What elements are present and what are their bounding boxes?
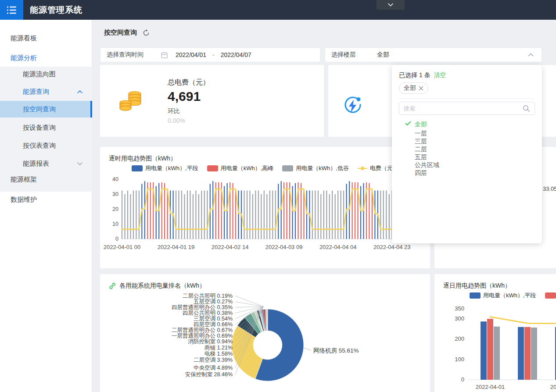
search-box bbox=[399, 102, 535, 115]
refresh-icon[interactable] bbox=[142, 29, 150, 37]
daily-price-line bbox=[490, 317, 556, 324]
hourly-bar bbox=[332, 191, 333, 239]
hourly-bar bbox=[343, 191, 344, 239]
hourly-bar bbox=[124, 194, 125, 239]
hourly-bar bbox=[360, 186, 361, 239]
selected-tag[interactable]: 全部 bbox=[399, 82, 428, 94]
app-header: 能源管理系统 bbox=[0, 0, 556, 20]
hourly-bar bbox=[287, 182, 287, 239]
hourly-bar bbox=[122, 191, 122, 239]
x-tick-label: 2022-04-03 09 bbox=[265, 244, 303, 250]
hourly-bar bbox=[144, 181, 145, 239]
hourly-trend-card: 逐时用电趋势图（kWh） 用电量（kWh）,平段用电量（kWh）,高峰用电量（k… bbox=[100, 147, 430, 268]
date-end-value: 2022/04/07 bbox=[221, 51, 251, 58]
date-range-picker[interactable]: 选择查询时间 2022/04/01 - 2022/04/07 bbox=[100, 47, 320, 62]
floor-option-floor1[interactable]: 一层 bbox=[415, 129, 427, 137]
hourly-bar bbox=[218, 182, 219, 239]
check-icon bbox=[405, 121, 411, 126]
hourly-bar bbox=[198, 194, 199, 239]
hourly-bar bbox=[374, 191, 375, 239]
hourly-bar bbox=[355, 182, 355, 239]
hourly-bar bbox=[195, 191, 196, 239]
daily-bar bbox=[494, 327, 500, 380]
y-tick-label: 300 bbox=[455, 315, 464, 322]
hourly-bar bbox=[224, 186, 225, 239]
floor-dropdown-panel: 已选择 1 条 清空 全部 全部 一层 三层 二层 五层 公共区域 四层 bbox=[392, 65, 542, 243]
hourly-bar bbox=[369, 183, 369, 239]
hourly-bar bbox=[341, 191, 341, 239]
floor-option-public[interactable]: 公共区域 bbox=[415, 161, 439, 169]
total-cost-card: 总电费（元） 4,691 环比 0.00% bbox=[100, 65, 324, 137]
hourly-bar bbox=[266, 194, 267, 239]
header-dropdown-button[interactable] bbox=[377, 0, 405, 10]
floor-option-floor2[interactable]: 二层 bbox=[415, 145, 427, 153]
hourly-bar bbox=[329, 194, 330, 239]
hamburger-icon bbox=[7, 6, 17, 14]
sidebar-toggle-button[interactable] bbox=[0, 0, 23, 20]
hourly-bar bbox=[261, 194, 262, 239]
x-tick-label: 2022-04-01 19 bbox=[158, 244, 195, 250]
divider bbox=[399, 98, 535, 99]
search-input[interactable] bbox=[404, 105, 523, 112]
pie-label: 中央空调 4.89% bbox=[194, 365, 233, 371]
y-tick-label: 100 bbox=[455, 356, 464, 363]
x-tick-label: 2022-04-01 00 bbox=[104, 244, 141, 250]
hourly-bar bbox=[176, 191, 176, 239]
search-icon[interactable] bbox=[523, 105, 530, 112]
floor-option-all[interactable]: 全部 bbox=[415, 120, 427, 128]
chevron-down-icon bbox=[77, 162, 83, 165]
floor-option-floor3[interactable]: 三层 bbox=[415, 137, 427, 145]
sidebar-item-energy-report[interactable]: 能源报表 bbox=[0, 155, 92, 172]
x-tick-label: 2022-04-01 bbox=[476, 384, 505, 390]
pie-leader-line bbox=[304, 348, 311, 350]
hourly-bar bbox=[281, 181, 282, 239]
hourly-bar bbox=[383, 191, 384, 239]
app-title: 能源管理系统 bbox=[30, 4, 83, 16]
pie-label: 电梯 1.58% bbox=[204, 351, 233, 357]
date-start-value: 2022/04/01 bbox=[176, 51, 206, 58]
sidebar-item-energy-frame[interactable]: 能源框架 bbox=[0, 171, 92, 188]
pie-label: 安保控制室 28.46% bbox=[185, 371, 233, 378]
hourly-bar bbox=[127, 191, 128, 239]
hourly-bar bbox=[380, 191, 381, 239]
daily-trend-chart: 01002003003502022-04-012022-04-03 bbox=[434, 274, 556, 392]
hourly-bar bbox=[389, 194, 390, 239]
daily-bar bbox=[531, 328, 537, 380]
daily-bar bbox=[487, 319, 493, 380]
hourly-bar bbox=[170, 191, 171, 239]
floor-option-floor4[interactable]: 四层 bbox=[415, 169, 427, 177]
hourly-bar bbox=[178, 191, 179, 239]
hourly-bar bbox=[238, 191, 239, 239]
y-tick-label: 350 bbox=[455, 305, 464, 312]
hourly-bar bbox=[244, 191, 244, 239]
hourly-bar bbox=[167, 190, 168, 239]
hourly-bar bbox=[207, 191, 208, 239]
clear-selection-button[interactable]: 清空 bbox=[434, 71, 446, 79]
page-title: 按空间查询 bbox=[104, 29, 137, 37]
sidebar-item-query-by-device[interactable]: 按设备查询 bbox=[0, 119, 92, 136]
pie-slice bbox=[267, 309, 268, 331]
hourly-bar bbox=[318, 191, 319, 239]
hourly-bar bbox=[292, 186, 293, 239]
floor-select-value: 全部 bbox=[377, 51, 389, 59]
mom-label: 环比 bbox=[168, 107, 210, 115]
date-range-label: 选择查询时间 bbox=[107, 51, 143, 59]
sidebar-item-energy-board[interactable]: 能源看板 bbox=[0, 29, 92, 47]
floor-option-floor5[interactable]: 五层 bbox=[415, 153, 427, 161]
floor-select-label: 选择楼层 bbox=[331, 51, 356, 59]
sidebar-item-query-by-space[interactable]: 按空间查询 bbox=[0, 101, 92, 118]
system-ranking-card: 各用能系统用电量排名（kWh） 二层公共照明 0.19%五层空调 0.27%四层… bbox=[100, 274, 430, 392]
selected-tag-label: 全部 bbox=[404, 84, 416, 92]
sidebar-item-data-maintenance[interactable]: 数据维护 bbox=[0, 191, 92, 208]
pie-label: 四层公共照明 0.38% bbox=[183, 310, 233, 316]
sidebar-item-energy-analysis[interactable]: 能源分析 bbox=[0, 49, 92, 67]
sidebar-item-query-by-meter[interactable]: 按仪表查询 bbox=[0, 137, 92, 154]
floor-select[interactable]: 选择楼层 全部 bbox=[325, 47, 542, 62]
total-cost-value: 4,691 bbox=[168, 89, 210, 104]
pie-label: 三层空调 0.54% bbox=[194, 316, 233, 322]
sidebar-item-energy-query[interactable]: 能源查询 bbox=[0, 83, 92, 100]
x-tick-label: 2022-04-04 23 bbox=[373, 244, 411, 250]
pie-label: 四层空调 0.66% bbox=[194, 321, 233, 328]
sidebar-item-energy-flow[interactable]: 能源流向图 bbox=[0, 65, 92, 83]
close-icon[interactable] bbox=[419, 86, 423, 91]
